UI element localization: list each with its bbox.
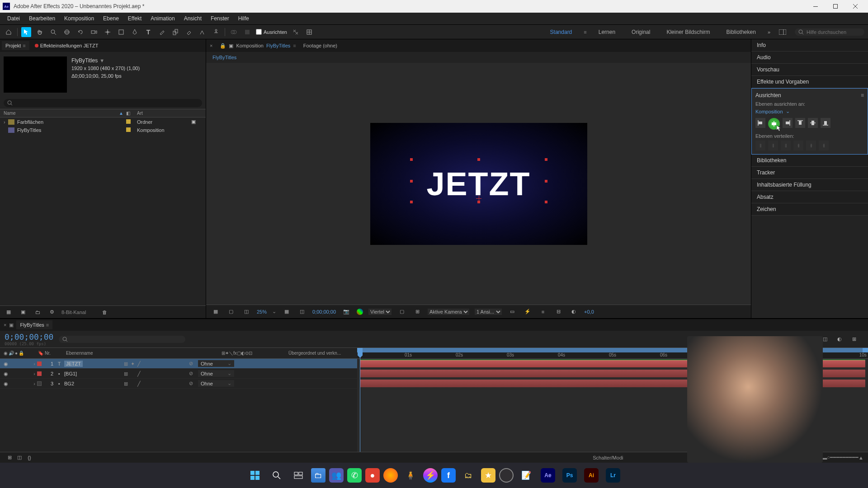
switch-collapse-icon[interactable]: ✦ <box>131 361 136 366</box>
rectangle-tool-icon[interactable] <box>116 27 126 37</box>
toggle-modes-icon[interactable]: ◫ <box>14 453 24 463</box>
camera-dropdown[interactable]: Aktive Kamera <box>428 309 469 315</box>
align-center-horizontal-icon[interactable] <box>768 118 780 130</box>
exposure-value[interactable]: +0,0 <box>584 309 594 314</box>
panel-libraries[interactable]: Bibliotheken <box>751 155 868 167</box>
zoom-tool-icon[interactable] <box>48 27 58 37</box>
region-icon[interactable]: ◫ <box>297 307 307 317</box>
menu-effekt[interactable]: Effekt <box>123 14 146 23</box>
layer-name[interactable]: BG2 <box>64 381 74 386</box>
switch-shy-icon[interactable]: ⊞ <box>124 381 129 386</box>
parent-link-icon[interactable]: ⊘ <box>189 361 195 366</box>
camera-tool-icon[interactable] <box>89 27 99 37</box>
visibility-toggle-icon[interactable]: ◉ <box>4 381 9 386</box>
clone-tool-icon[interactable] <box>170 27 180 37</box>
panel-preview[interactable]: Vorschau <box>751 64 868 76</box>
shape-mode-icon[interactable] <box>242 27 252 37</box>
snap-toggle[interactable]: Ausrichten <box>256 29 287 35</box>
workspace-original[interactable]: Original <box>627 27 655 37</box>
photoshop-taskbar-icon[interactable]: Ps <box>561 466 579 484</box>
panel-menu-icon[interactable]: ≡ <box>861 92 864 99</box>
snapshot-icon[interactable]: 📷 <box>341 307 351 317</box>
flowchart-icon[interactable]: ⊟ <box>553 307 563 317</box>
layer-name[interactable]: [BG1] <box>64 371 77 376</box>
workspace-overflow-icon[interactable]: » <box>768 29 770 35</box>
home-icon[interactable] <box>4 27 14 37</box>
toggle-switches-modes-button[interactable]: Schalter/Modi <box>593 455 623 460</box>
layer-label-icon[interactable] <box>37 361 42 366</box>
eraser-tool-icon[interactable] <box>184 27 194 37</box>
composition-tab[interactable]: 🔒 ▣ Komposition FlyByTitles ≡ <box>220 43 296 49</box>
graph-editor-icon[interactable]: ⊞ <box>849 334 859 344</box>
project-item-comp[interactable]: FlyByTitles Komposition <box>0 126 206 134</box>
notepad-icon[interactable]: 📝 <box>517 466 535 484</box>
snap-options-icon[interactable] <box>291 27 301 37</box>
app-icon-figure[interactable]: 🧍 <box>401 466 420 484</box>
visibility-toggle-icon[interactable]: ◉ <box>4 371 9 376</box>
facebook-icon[interactable]: f <box>441 468 456 483</box>
anchor-tool-icon[interactable] <box>103 27 113 37</box>
workspace-menu-icon[interactable]: ≡ <box>584 29 586 35</box>
new-comp-icon[interactable]: ▣ <box>18 307 28 317</box>
workspace-kleiner[interactable]: Kleiner Bildschirm <box>662 27 714 37</box>
after-effects-taskbar-icon[interactable]: Ae <box>539 466 557 484</box>
layer-label-icon[interactable] <box>37 381 42 386</box>
layer-row[interactable]: ◉ › 2 ▪ [BG1] ⊞ ╱ ⊘ Ohne⌄ <box>0 369 357 379</box>
workspace-lernen[interactable]: Lernen <box>594 27 620 37</box>
comp-close-icon[interactable]: × <box>210 43 212 48</box>
brush-tool-icon[interactable] <box>157 27 167 37</box>
switch-quality-icon[interactable]: ╱ <box>137 371 143 376</box>
menu-ansicht[interactable]: Ansicht <box>179 14 206 23</box>
composition-viewport[interactable]: JETZT <box>206 63 751 305</box>
resolution-grid-icon[interactable]: ▦ <box>282 307 292 317</box>
zoom-in-icon[interactable]: ▲ <box>859 455 863 460</box>
messenger-icon[interactable]: ⚡ <box>423 468 438 483</box>
delete-icon[interactable]: 🗑 <box>99 307 109 317</box>
exposure-reset-icon[interactable]: ◐ <box>569 307 579 317</box>
toggle-alpha-icon[interactable]: ▦ <box>211 307 221 317</box>
layer-name[interactable]: JETZT <box>64 361 83 367</box>
resolution-dropdown[interactable]: Viertel <box>368 309 392 315</box>
color-depth-button[interactable]: 8-Bit-Kanal <box>61 310 86 315</box>
mask-mode-icon[interactable] <box>229 27 239 37</box>
app-icon-star[interactable]: ★ <box>481 468 495 483</box>
orbit-tool-icon[interactable] <box>62 27 72 37</box>
firefox-icon[interactable] <box>383 468 398 483</box>
puppet-tool-icon[interactable] <box>211 27 221 37</box>
project-columns-header[interactable]: Name ▲ ◧ Art <box>0 109 206 117</box>
toggle-transparent-icon[interactable]: ▢ <box>226 307 236 317</box>
menu-komposition[interactable]: Komposition <box>60 14 99 23</box>
layer-label-icon[interactable] <box>37 371 42 376</box>
toggle-mask-icon[interactable]: ◫ <box>241 307 251 317</box>
anchor-point-icon[interactable] <box>476 196 481 201</box>
toggle-in-out-icon[interactable]: {} <box>24 453 34 463</box>
menu-hilfe[interactable]: Hilfe <box>234 14 254 23</box>
align-to-dropdown[interactable]: Komposition ⌄ <box>755 108 864 114</box>
lightroom-taskbar-icon[interactable]: Lr <box>604 466 622 484</box>
task-view-icon[interactable] <box>289 466 307 484</box>
parent-link-icon[interactable]: ⊘ <box>189 380 195 386</box>
switch-quality-icon[interactable]: ╱ <box>137 361 143 366</box>
toggle-switches-icon[interactable]: ⊞ <box>5 453 14 463</box>
project-search[interactable] <box>4 99 202 107</box>
project-settings-icon[interactable]: ⚙ <box>47 307 57 317</box>
motion-blur-icon[interactable]: ◐ <box>835 334 844 344</box>
menu-ebene[interactable]: Ebene <box>99 14 123 23</box>
layer-expand-icon[interactable]: › <box>32 381 37 386</box>
app-icon-red[interactable]: ● <box>365 468 380 483</box>
start-button[interactable] <box>246 466 264 484</box>
parent-dropdown[interactable]: Ohne⌄ <box>198 370 234 377</box>
panel-content-aware[interactable]: Inhaltsbasierte Füllung <box>751 179 868 191</box>
layer-expand-icon[interactable]: › <box>32 371 37 376</box>
proportional-grid-icon[interactable] <box>304 27 314 37</box>
layer-expand-icon[interactable]: › <box>32 361 37 366</box>
menu-animation[interactable]: Animation <box>146 14 179 23</box>
timeline-icon[interactable]: ≡ <box>538 307 548 317</box>
parent-dropdown[interactable]: Ohne⌄ <box>198 360 234 367</box>
parent-link-icon[interactable]: ⊘ <box>189 371 195 376</box>
menu-fenster[interactable]: Fenster <box>206 14 234 23</box>
rotate-tool-icon[interactable] <box>75 27 85 37</box>
composition-breadcrumb[interactable]: FlyByTitles <box>206 52 751 63</box>
panel-effects-presets[interactable]: Effekte und Vorgaben <box>751 76 868 88</box>
work-area-end-handle[interactable] <box>863 348 868 352</box>
